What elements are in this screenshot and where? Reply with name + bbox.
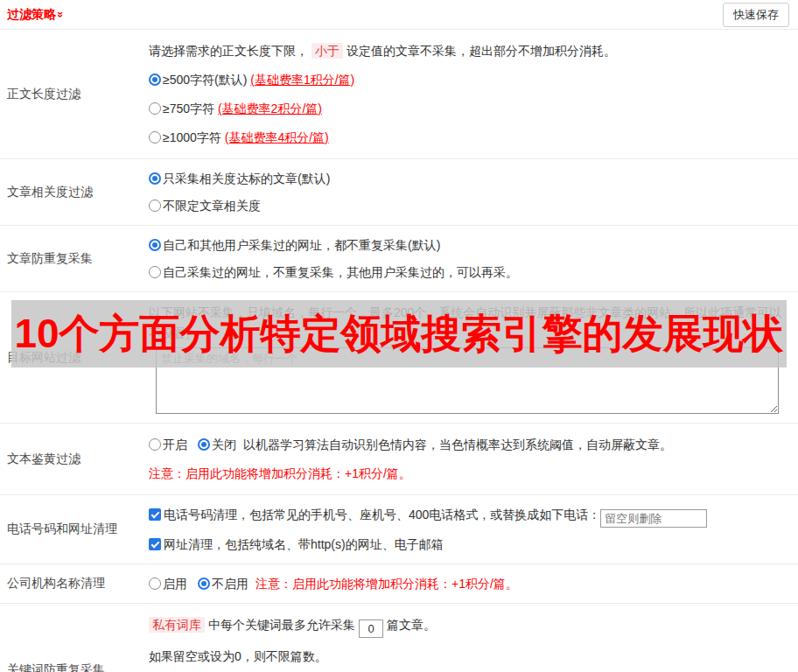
row-relevance-filter: 文章相关度过滤 只采集相关度达标的文章(默认) 不限定文章相关度	[0, 159, 798, 226]
row-porn-filter: 文本鉴黄过滤 开启关闭以机器学习算法自动识别色情内容，当色情概率达到系统阈值，自…	[0, 424, 798, 495]
radio-company-enable[interactable]	[149, 578, 161, 590]
intro-pre-text: 请选择需求的正文长度下限，	[149, 44, 308, 58]
porn-filter-options: 开启关闭以机器学习算法自动识别色情内容，当色情概率达到系统阈值，自动屏蔽文章。	[149, 434, 791, 455]
overlay-banner-text: 10个方面分析特定领域搜索引擎的发展现状	[14, 307, 783, 361]
keyword-rule-zero: 如果留空或设为0，则不限篇数。	[149, 646, 791, 667]
private-lexicon-highlight: 私有词库	[149, 617, 205, 633]
radio-1000-label: ≥1000字符	[163, 130, 225, 144]
radio-porn-on-label: 开启	[163, 438, 187, 452]
radio-no-limit-relevance[interactable]	[149, 200, 161, 212]
radio-option-500: ≥500字符(默认) (基础费率1积分/篇)	[149, 69, 791, 90]
page-title-text: 过滤策略	[7, 7, 56, 21]
radio-dedup-self[interactable]	[149, 266, 161, 278]
radio-relevant-only-selected[interactable]	[149, 172, 161, 185]
page-title[interactable]: 过滤策略»	[7, 7, 64, 23]
row-article-dedup: 文章防重复采集 自己和其他用户采集过的网址，都不重复采集(默认) 自己采集过的网…	[0, 226, 798, 292]
row-label-relevance: 文章相关度过滤	[0, 159, 149, 225]
checkbox-phone-clean-checked[interactable]	[149, 508, 161, 521]
radio-750[interactable]	[149, 102, 161, 115]
keyword-limit-text: 中每个关键词最多允许采集	[208, 618, 355, 632]
row-phone-url-clean: 电话号码和网址清理 电话号码清理，包括常见的手机号、座机号、400电话格式，或替…	[0, 495, 798, 564]
radio-500-selected[interactable]	[149, 74, 161, 86]
radio-dedup-self-label: 自己采集过的网址，不重复采集，其他用户采集过的，可以再采。	[163, 265, 518, 279]
radio-porn-off-selected[interactable]	[198, 438, 210, 451]
relevance-options: 只采集相关度达标的文章(默认) 不限定文章相关度	[149, 159, 798, 225]
radio-750-fee-note: (基础费率2积分/篇)	[218, 102, 322, 116]
porn-filter-content: 开启关闭以机器学习算法自动识别色情内容，当色情概率达到系统阈值，自动屏蔽文章。 …	[149, 424, 798, 494]
row-label-content-length: 正文长度过滤	[0, 30, 149, 158]
checkbox-url-clean-label: 网址清理，包括纯域名、带http(s)的网址、电子邮箱	[164, 537, 444, 551]
porn-filter-note: 注意：启用此功能将增加积分消耗：+1积分/篇。	[149, 463, 791, 484]
company-clean-note: 注意：启用此功能将增加积分消耗：+1积分/篇。	[256, 577, 518, 591]
radio-company-disable-label: 不启用	[212, 577, 248, 591]
keyword-limit-input[interactable]	[359, 620, 383, 638]
radio-option-750: ≥750字符 (基础费率2积分/篇)	[149, 98, 791, 119]
row-company-clean: 公司机构名称清理 启用不启用注意：启用此功能将增加积分消耗：+1积分/篇。	[0, 564, 798, 604]
keyword-dedup-content: 私有词库中每个关键词最多允许采集篇文章。 如果留空或设为0，则不限篇数。 如果设…	[149, 604, 798, 672]
radio-750-label: ≥750字符	[163, 102, 218, 116]
content-length-options: 请选择需求的正文长度下限，小于设定值的文章不采集，超出部分不增加积分消耗。 ≥5…	[149, 30, 798, 158]
radio-porn-on[interactable]	[149, 438, 161, 451]
row-label-keyword-dedup: 关键词防重复采集	[0, 604, 149, 672]
content-length-intro: 请选择需求的正文长度下限，小于设定值的文章不采集，超出部分不增加积分消耗。	[149, 40, 791, 61]
radio-500-fee-note: (基础费率1积分/篇)	[250, 73, 354, 87]
phone-clean-option: 电话号码清理，包括常见的手机号、座机号、400电话格式，或替换成如下电话：	[149, 504, 791, 528]
radio-500-label: ≥500字符(默认)	[163, 73, 250, 87]
filter-strategy-page: 过滤策略» 快速保存 正文长度过滤 请选择需求的正文长度下限，小于设定值的文章不…	[0, 0, 798, 672]
topbar: 过滤策略» 快速保存	[0, 0, 798, 30]
company-clean-content: 启用不启用注意：启用此功能将增加积分消耗：+1积分/篇。	[149, 564, 798, 603]
radio-company-enable-label: 启用	[163, 577, 187, 591]
radio-option-relevant-only: 只采集相关度达标的文章(默认)	[149, 168, 791, 189]
radio-dedup-all-label: 自己和其他用户采集过的网址，都不重复采集(默认)	[163, 238, 440, 252]
intro-post-text: 设定值的文章不采集，超出部分不增加积分消耗。	[346, 44, 616, 58]
porn-filter-desc: 以机器学习算法自动识别色情内容，当色情概率达到系统阈值，自动屏蔽文章。	[243, 438, 672, 452]
quick-save-button[interactable]: 快速保存	[723, 3, 789, 27]
radio-option-no-limit-relevance: 不限定文章相关度	[149, 195, 791, 216]
row-label-porn-filter: 文本鉴黄过滤	[0, 424, 149, 494]
overlay-banner: 10个方面分析特定领域搜索引擎的发展现状	[11, 300, 787, 368]
checkbox-phone-clean-label: 电话号码清理，包括常见的手机号、座机号、400电话格式，或替换成如下电话：	[164, 508, 600, 522]
keyword-limit-line: 私有词库中每个关键词最多允许采集篇文章。	[149, 614, 791, 638]
keyword-limit-suffix: 篇文章。	[387, 618, 436, 632]
company-clean-options: 启用不启用注意：启用此功能将增加积分消耗：+1积分/篇。	[149, 573, 791, 594]
radio-1000[interactable]	[149, 131, 161, 144]
phone-url-clean-content: 电话号码清理，包括常见的手机号、座机号、400电话格式，或替换成如下电话： 网址…	[149, 495, 798, 564]
radio-porn-off-label: 关闭	[212, 438, 236, 452]
checkbox-url-clean-checked[interactable]	[149, 538, 161, 550]
replacement-phone-input[interactable]	[600, 509, 707, 528]
radio-option-dedup-self: 自己采集过的网址，不重复采集，其他用户采集过的，可以再采。	[149, 262, 791, 283]
radio-dedup-all-selected[interactable]	[149, 239, 161, 251]
radio-option-1000: ≥1000字符 (基础费率4积分/篇)	[149, 127, 791, 148]
row-content-length-filter: 正文长度过滤 请选择需求的正文长度下限，小于设定值的文章不采集，超出部分不增加积…	[0, 30, 798, 159]
radio-company-disable-selected[interactable]	[198, 578, 210, 590]
radio-option-dedup-all: 自己和其他用户采集过的网址，都不重复采集(默认)	[149, 234, 791, 256]
row-label-phone-url-clean: 电话号码和网址清理	[0, 495, 149, 564]
row-keyword-dedup: 关键词防重复采集 私有词库中每个关键词最多允许采集篇文章。 如果留空或设为0，则…	[0, 604, 798, 672]
row-label-company-clean: 公司机构名称清理	[0, 564, 149, 603]
dedup-options: 自己和其他用户采集过的网址，都不重复采集(默认) 自己采集过的网址，不重复采集，…	[149, 226, 798, 291]
radio-1000-fee-note: (基础费率4积分/篇)	[225, 130, 329, 144]
radio-no-limit-relevance-label: 不限定文章相关度	[163, 199, 261, 213]
radio-relevant-only-label: 只采集相关度达标的文章(默认)	[163, 172, 330, 186]
url-clean-option: 网址清理，包括纯域名、带http(s)的网址、电子邮箱	[149, 534, 791, 555]
row-label-article-dedup: 文章防重复采集	[0, 226, 149, 291]
chevron-double-down-icon: »	[54, 10, 67, 17]
intro-highlight: 小于	[312, 43, 343, 59]
